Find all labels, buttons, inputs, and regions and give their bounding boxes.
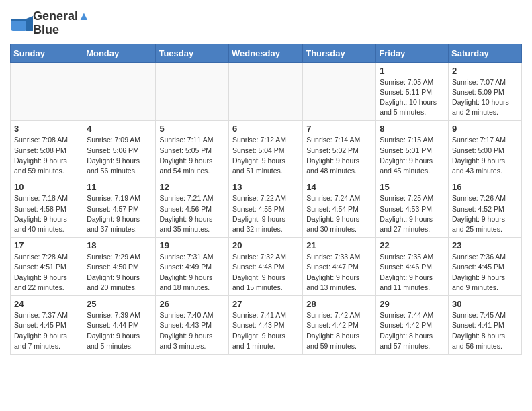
day-number: 24 bbox=[14, 299, 79, 309]
week-row-5: 24Sunrise: 7:37 AMSunset: 4:45 PMDayligh… bbox=[11, 296, 522, 355]
day-cell: 13Sunrise: 7:22 AMSunset: 4:55 PMDayligh… bbox=[228, 179, 302, 238]
day-info: Sunrise: 7:29 AMSunset: 4:50 PMDaylight:… bbox=[87, 252, 152, 293]
day-info: Sunrise: 7:28 AMSunset: 4:51 PMDaylight:… bbox=[14, 252, 79, 293]
day-cell: 8Sunrise: 7:15 AMSunset: 5:01 PMDaylight… bbox=[376, 121, 449, 179]
day-info: Sunrise: 7:09 AMSunset: 5:06 PMDaylight:… bbox=[87, 135, 152, 176]
day-info: Sunrise: 7:25 AMSunset: 4:53 PMDaylight:… bbox=[380, 193, 445, 234]
day-info: Sunrise: 7:45 AMSunset: 4:41 PMDaylight:… bbox=[452, 310, 518, 351]
day-cell: 16Sunrise: 7:26 AMSunset: 4:52 PMDayligh… bbox=[449, 179, 522, 238]
day-info: Sunrise: 7:12 AMSunset: 5:04 PMDaylight:… bbox=[232, 135, 299, 176]
day-info: Sunrise: 7:14 AMSunset: 5:02 PMDaylight:… bbox=[306, 135, 372, 176]
day-number: 7 bbox=[306, 124, 372, 134]
day-number: 27 bbox=[232, 299, 299, 309]
day-cell: 11Sunrise: 7:19 AMSunset: 4:57 PMDayligh… bbox=[83, 179, 156, 238]
weekday-header-sunday: Sunday bbox=[11, 44, 83, 62]
day-cell bbox=[83, 62, 156, 121]
day-cell: 20Sunrise: 7:32 AMSunset: 4:48 PMDayligh… bbox=[228, 238, 302, 296]
day-cell: 24Sunrise: 7:37 AMSunset: 4:45 PMDayligh… bbox=[11, 296, 83, 355]
logo: General▲ Blue bbox=[10, 10, 90, 37]
day-cell: 12Sunrise: 7:21 AMSunset: 4:56 PMDayligh… bbox=[156, 179, 229, 238]
svg-rect-2 bbox=[11, 19, 26, 21]
day-cell: 1Sunrise: 7:05 AMSunset: 5:11 PMDaylight… bbox=[376, 62, 449, 121]
weekday-header-friday: Friday bbox=[376, 44, 449, 62]
weekday-header-tuesday: Tuesday bbox=[156, 44, 229, 62]
day-cell: 10Sunrise: 7:18 AMSunset: 4:58 PMDayligh… bbox=[11, 179, 83, 238]
day-cell: 28Sunrise: 7:42 AMSunset: 4:42 PMDayligh… bbox=[303, 296, 376, 355]
day-info: Sunrise: 7:42 AMSunset: 4:42 PMDaylight:… bbox=[306, 310, 372, 351]
day-info: Sunrise: 7:40 AMSunset: 4:43 PMDaylight:… bbox=[159, 310, 225, 351]
day-number: 18 bbox=[87, 240, 152, 250]
day-cell: 14Sunrise: 7:24 AMSunset: 4:54 PMDayligh… bbox=[303, 179, 376, 238]
week-row-4: 17Sunrise: 7:28 AMSunset: 4:51 PMDayligh… bbox=[11, 238, 522, 296]
day-info: Sunrise: 7:11 AMSunset: 5:05 PMDaylight:… bbox=[159, 135, 225, 176]
day-number: 2 bbox=[452, 66, 518, 76]
day-cell bbox=[303, 62, 376, 121]
day-cell bbox=[11, 62, 83, 121]
day-number: 29 bbox=[380, 299, 445, 309]
day-info: Sunrise: 7:36 AMSunset: 4:45 PMDaylight:… bbox=[452, 252, 518, 293]
day-info: Sunrise: 7:08 AMSunset: 5:08 PMDaylight:… bbox=[14, 135, 79, 176]
day-cell: 4Sunrise: 7:09 AMSunset: 5:06 PMDaylight… bbox=[83, 121, 156, 179]
day-info: Sunrise: 7:31 AMSunset: 4:49 PMDaylight:… bbox=[159, 252, 225, 293]
week-row-3: 10Sunrise: 7:18 AMSunset: 4:58 PMDayligh… bbox=[11, 179, 522, 238]
day-cell: 3Sunrise: 7:08 AMSunset: 5:08 PMDaylight… bbox=[11, 121, 83, 179]
day-number: 16 bbox=[452, 182, 518, 192]
day-cell: 27Sunrise: 7:41 AMSunset: 4:43 PMDayligh… bbox=[228, 296, 302, 355]
day-info: Sunrise: 7:32 AMSunset: 4:48 PMDaylight:… bbox=[232, 252, 299, 293]
day-number: 19 bbox=[159, 240, 225, 250]
day-number: 26 bbox=[159, 299, 225, 309]
day-number: 30 bbox=[452, 299, 518, 309]
day-cell: 30Sunrise: 7:45 AMSunset: 4:41 PMDayligh… bbox=[449, 296, 522, 355]
day-cell bbox=[228, 62, 302, 121]
day-cell: 26Sunrise: 7:40 AMSunset: 4:43 PMDayligh… bbox=[156, 296, 229, 355]
day-cell: 7Sunrise: 7:14 AMSunset: 5:02 PMDaylight… bbox=[303, 121, 376, 179]
day-info: Sunrise: 7:22 AMSunset: 4:55 PMDaylight:… bbox=[232, 193, 299, 234]
day-info: Sunrise: 7:37 AMSunset: 4:45 PMDaylight:… bbox=[14, 310, 79, 351]
day-cell: 17Sunrise: 7:28 AMSunset: 4:51 PMDayligh… bbox=[11, 238, 83, 296]
day-cell: 19Sunrise: 7:31 AMSunset: 4:49 PMDayligh… bbox=[156, 238, 229, 296]
day-cell: 5Sunrise: 7:11 AMSunset: 5:05 PMDaylight… bbox=[156, 121, 229, 179]
calendar-table: SundayMondayTuesdayWednesdayThursdayFrid… bbox=[10, 44, 522, 355]
svg-marker-1 bbox=[26, 16, 33, 31]
logo-line2: Blue bbox=[33, 24, 90, 37]
day-info: Sunrise: 7:15 AMSunset: 5:01 PMDaylight:… bbox=[380, 135, 445, 176]
page: General▲ Blue SundayMondayTuesdayWednesd… bbox=[0, 0, 532, 365]
day-number: 6 bbox=[232, 124, 299, 134]
day-number: 25 bbox=[87, 299, 152, 309]
logo-text: General▲ Blue bbox=[33, 10, 90, 37]
day-number: 4 bbox=[87, 124, 152, 134]
logo-icon bbox=[10, 13, 30, 34]
day-info: Sunrise: 7:35 AMSunset: 4:46 PMDaylight:… bbox=[380, 252, 445, 293]
day-number: 12 bbox=[159, 182, 225, 192]
day-info: Sunrise: 7:44 AMSunset: 4:42 PMDaylight:… bbox=[380, 310, 445, 351]
day-info: Sunrise: 7:21 AMSunset: 4:56 PMDaylight:… bbox=[159, 193, 225, 234]
day-info: Sunrise: 7:39 AMSunset: 4:44 PMDaylight:… bbox=[87, 310, 152, 351]
day-cell bbox=[156, 62, 229, 121]
weekday-header-wednesday: Wednesday bbox=[228, 44, 302, 62]
header: General▲ Blue bbox=[10, 10, 522, 37]
day-cell: 15Sunrise: 7:25 AMSunset: 4:53 PMDayligh… bbox=[376, 179, 449, 238]
weekday-header-thursday: Thursday bbox=[303, 44, 376, 62]
day-number: 22 bbox=[380, 240, 445, 250]
day-number: 23 bbox=[452, 240, 518, 250]
day-cell: 29Sunrise: 7:44 AMSunset: 4:42 PMDayligh… bbox=[376, 296, 449, 355]
day-number: 1 bbox=[380, 66, 445, 76]
day-info: Sunrise: 7:07 AMSunset: 5:09 PMDaylight:… bbox=[452, 77, 518, 118]
day-info: Sunrise: 7:33 AMSunset: 4:47 PMDaylight:… bbox=[306, 252, 372, 293]
day-number: 14 bbox=[306, 182, 372, 192]
day-cell: 22Sunrise: 7:35 AMSunset: 4:46 PMDayligh… bbox=[376, 238, 449, 296]
day-number: 13 bbox=[232, 182, 299, 192]
day-number: 5 bbox=[159, 124, 225, 134]
day-info: Sunrise: 7:19 AMSunset: 4:57 PMDaylight:… bbox=[87, 193, 152, 234]
day-cell: 23Sunrise: 7:36 AMSunset: 4:45 PMDayligh… bbox=[449, 238, 522, 296]
day-number: 15 bbox=[380, 182, 445, 192]
weekday-header-saturday: Saturday bbox=[449, 44, 522, 62]
day-cell: 25Sunrise: 7:39 AMSunset: 4:44 PMDayligh… bbox=[83, 296, 156, 355]
week-row-1: 1Sunrise: 7:05 AMSunset: 5:11 PMDaylight… bbox=[11, 62, 522, 121]
day-number: 17 bbox=[14, 240, 79, 250]
day-info: Sunrise: 7:17 AMSunset: 5:00 PMDaylight:… bbox=[452, 135, 518, 176]
day-info: Sunrise: 7:41 AMSunset: 4:43 PMDaylight:… bbox=[232, 310, 299, 351]
day-cell: 6Sunrise: 7:12 AMSunset: 5:04 PMDaylight… bbox=[228, 121, 302, 179]
week-row-2: 3Sunrise: 7:08 AMSunset: 5:08 PMDaylight… bbox=[11, 121, 522, 179]
weekday-header-monday: Monday bbox=[83, 44, 156, 62]
